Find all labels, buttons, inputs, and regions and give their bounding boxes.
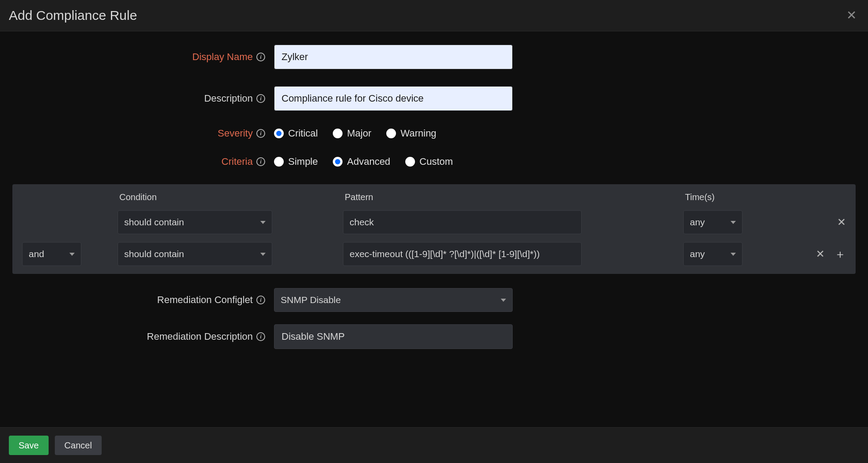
radio-label: Advanced: [347, 156, 390, 167]
modal-header: Add Compliance Rule ✕: [0, 0, 868, 31]
chevron-down-icon: [501, 299, 506, 302]
criteria-advanced[interactable]: Advanced: [333, 156, 390, 167]
header-condition: Condition: [119, 192, 345, 202]
radio-dot-icon: [405, 157, 415, 167]
radio-dot-icon: [274, 129, 284, 138]
label-severity: Severity i: [0, 128, 274, 139]
label-text: Severity: [218, 128, 253, 139]
times-select[interactable]: any: [683, 242, 742, 266]
radio-label: Critical: [288, 128, 318, 139]
add-row-icon[interactable]: ＋: [834, 247, 846, 262]
condition-select[interactable]: should contain: [118, 210, 272, 234]
severity-radio-group: Critical Major Warning: [274, 128, 436, 139]
label-text: Description: [204, 93, 253, 104]
info-icon[interactable]: i: [256, 157, 265, 166]
remove-row-icon[interactable]: ✕: [816, 248, 825, 260]
chevron-down-icon: [260, 221, 266, 224]
label-text: Remediation Configlet: [157, 294, 253, 306]
times-select[interactable]: any: [683, 210, 742, 234]
radio-dot-icon: [274, 157, 284, 167]
radio-label: Warning: [400, 128, 436, 139]
criteria-table-header: Condition Pattern Time(s): [22, 192, 846, 202]
select-value: any: [690, 249, 705, 259]
label-display-name: Display Name i: [0, 51, 274, 63]
select-value: should contain: [124, 249, 184, 259]
remediation-description-input[interactable]: [274, 324, 513, 349]
modal-title: Add Compliance Rule: [9, 8, 137, 23]
criteria-row: should contain any ✕: [22, 210, 846, 234]
criteria-row: and should contain any: [22, 242, 846, 266]
close-icon[interactable]: ✕: [844, 9, 859, 22]
display-name-input[interactable]: [274, 45, 513, 69]
select-value: SNMP Disable: [281, 295, 341, 305]
add-compliance-rule-modal: Add Compliance Rule ✕ Display Name i Des…: [0, 0, 868, 463]
radio-label: Simple: [288, 156, 318, 167]
condition-select[interactable]: should contain: [118, 242, 272, 266]
label-remediation-description: Remediation Description i: [0, 331, 274, 342]
severity-major[interactable]: Major: [333, 128, 371, 139]
row-remediation-configlet: Remediation Configlet i SNMP Disable: [0, 288, 868, 312]
label-text: Display Name: [192, 51, 253, 63]
label-description: Description i: [0, 93, 274, 104]
label-criteria: Criteria i: [0, 156, 274, 167]
modal-footer: Save Cancel: [0, 427, 868, 463]
description-input[interactable]: [274, 86, 513, 111]
pattern-input[interactable]: [343, 210, 582, 234]
info-icon[interactable]: i: [256, 94, 265, 103]
info-icon[interactable]: i: [256, 129, 265, 138]
cancel-button[interactable]: Cancel: [55, 436, 102, 455]
label-text: Criteria: [221, 156, 253, 167]
row-criteria: Criteria i Simple Advanced Custom: [0, 156, 868, 167]
select-value: should contain: [124, 217, 184, 228]
info-icon[interactable]: i: [256, 332, 265, 341]
info-icon[interactable]: i: [256, 296, 265, 304]
info-icon[interactable]: i: [256, 53, 265, 61]
header-times: Time(s): [685, 192, 769, 202]
row-remediation-description: Remediation Description i: [0, 324, 868, 349]
criteria-table: Condition Pattern Time(s) should contain: [12, 184, 856, 274]
severity-warning[interactable]: Warning: [386, 128, 436, 139]
criteria-radio-group: Simple Advanced Custom: [274, 156, 453, 167]
select-value: and: [29, 249, 44, 259]
row-severity: Severity i Critical Major Warning: [0, 128, 868, 139]
pattern-input[interactable]: [343, 242, 582, 266]
logical-select[interactable]: and: [22, 242, 81, 266]
label-text: Remediation Description: [147, 331, 253, 342]
row-display-name: Display Name i: [0, 45, 868, 69]
criteria-simple[interactable]: Simple: [274, 156, 318, 167]
radio-label: Custom: [419, 156, 453, 167]
remove-row-icon[interactable]: ✕: [837, 216, 846, 228]
remediation-configlet-select[interactable]: SNMP Disable: [274, 288, 513, 312]
header-pattern: Pattern: [345, 192, 685, 202]
select-value: any: [690, 217, 705, 228]
severity-critical[interactable]: Critical: [274, 128, 318, 139]
radio-dot-icon: [333, 129, 343, 138]
criteria-custom[interactable]: Custom: [405, 156, 453, 167]
chevron-down-icon: [260, 253, 266, 256]
chevron-down-icon: [69, 253, 75, 256]
radio-label: Major: [347, 128, 371, 139]
radio-dot-icon: [333, 157, 343, 167]
chevron-down-icon: [731, 221, 736, 224]
chevron-down-icon: [731, 253, 736, 256]
label-remediation-configlet: Remediation Configlet i: [0, 294, 274, 306]
row-description: Description i: [0, 86, 868, 111]
save-button[interactable]: Save: [9, 436, 49, 455]
radio-dot-icon: [386, 129, 396, 138]
modal-body: Display Name i Description i Severity i: [0, 31, 868, 427]
